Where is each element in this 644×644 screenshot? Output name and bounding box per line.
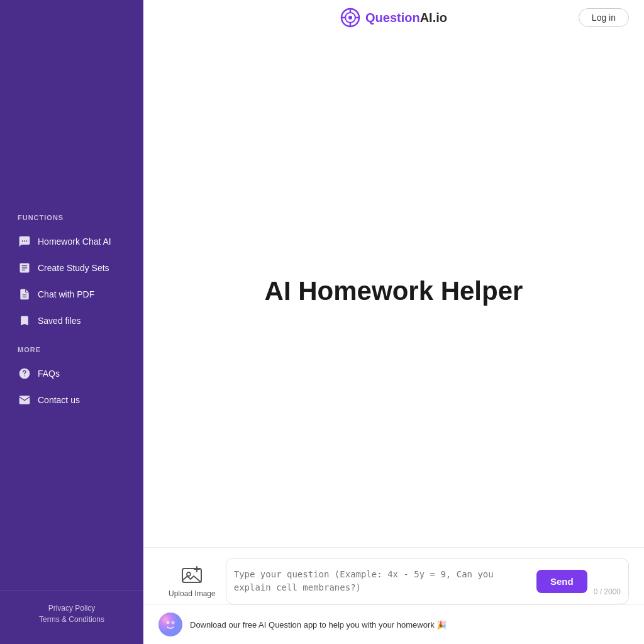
send-button[interactable]: Send (536, 570, 587, 593)
study-icon (18, 261, 31, 275)
sidebar-item-create-study-sets[interactable]: Create Study Sets (13, 255, 131, 280)
svg-point-2 (26, 240, 27, 242)
logo-text: QuestionAI.io (365, 11, 447, 25)
sidebar-item-chat-pdf[interactable]: Chat with PDF (13, 282, 131, 307)
sidebar-item-label: Saved files (38, 316, 80, 326)
char-count: 0 / 2000 (594, 587, 621, 597)
sidebar-item-faqs[interactable]: FAQs (13, 361, 131, 386)
svg-point-23 (172, 621, 175, 625)
sidebar-item-label: Chat with PDF (38, 289, 94, 299)
svg-point-21 (158, 613, 182, 636)
sidebar-item-contact[interactable]: Contact us (13, 387, 131, 413)
bookmark-icon (18, 314, 31, 328)
main-content: QuestionAI.io Log in AI Homework Helper … (143, 0, 644, 644)
promo-avatar (158, 613, 182, 636)
upload-image-button[interactable]: Upload Image (158, 558, 226, 604)
sidebar-footer: Privacy Policy Terms & Conditions (0, 591, 143, 644)
svg-point-14 (348, 16, 352, 19)
pdf-icon (18, 287, 31, 301)
header: QuestionAI.io Log in (143, 0, 644, 35)
terms-conditions-link[interactable]: Terms & Conditions (13, 615, 131, 624)
app-promo-bar: Download our free AI Question app to hel… (143, 604, 644, 644)
avatar-image (158, 613, 182, 636)
functions-section-label: FUNCTIONS (13, 214, 131, 221)
svg-rect-11 (19, 396, 30, 404)
question-input[interactable] (234, 568, 530, 594)
sidebar-item-label: Contact us (38, 395, 80, 405)
more-section-label: MORE (13, 346, 131, 353)
sidebar-item-homework-chat[interactable]: Homework Chat AI (13, 229, 131, 254)
chat-icon (18, 235, 31, 248)
upload-image-icon (180, 564, 203, 587)
sidebar-item-label: Homework Chat AI (38, 236, 111, 247)
promo-text: Download our free AI Question app to hel… (190, 620, 447, 630)
email-icon (18, 393, 31, 407)
question-input-wrapper: Send 0 / 2000 (226, 558, 629, 604)
hero-title: AI Homework Helper (265, 276, 523, 306)
sidebar-item-label: Create Study Sets (38, 263, 109, 273)
sidebar-nav: FUNCTIONS Homework Chat AI (0, 0, 143, 591)
sidebar: FUNCTIONS Homework Chat AI (0, 0, 143, 644)
question-icon (18, 367, 31, 380)
input-area: Upload Image Send 0 / 2000 (143, 547, 644, 604)
upload-label: Upload Image (169, 589, 216, 598)
svg-point-10 (24, 375, 25, 376)
sidebar-item-saved-files[interactable]: Saved files (13, 308, 131, 333)
svg-point-0 (22, 240, 23, 242)
login-button[interactable]: Log in (579, 8, 629, 27)
logo[interactable]: QuestionAI.io (340, 8, 447, 28)
svg-point-20 (187, 572, 191, 576)
privacy-policy-link[interactable]: Privacy Policy (13, 604, 131, 613)
hero-section: AI Homework Helper (143, 35, 644, 547)
logo-icon (340, 8, 360, 28)
more-section: MORE FAQs (13, 346, 131, 413)
svg-point-1 (24, 240, 25, 242)
svg-point-22 (167, 621, 170, 625)
sidebar-item-label: FAQs (38, 369, 60, 379)
